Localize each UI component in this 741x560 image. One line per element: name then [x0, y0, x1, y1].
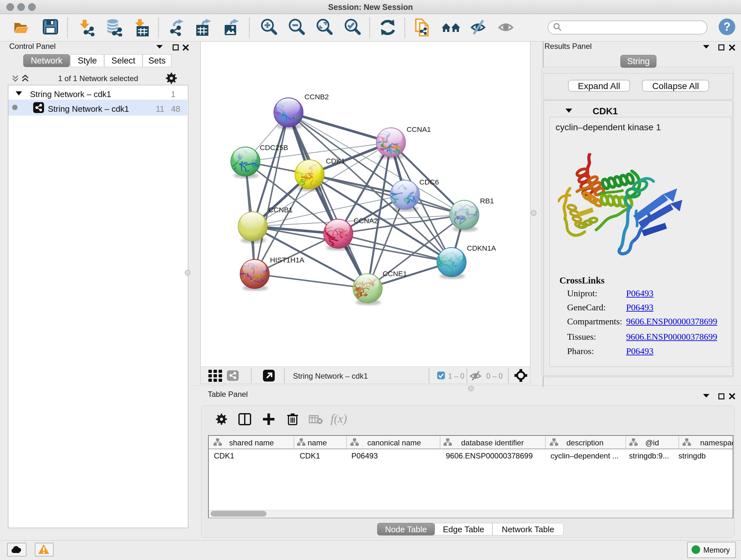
- svg-text:CDK1: CDK1: [326, 157, 345, 165]
- svg-text:RB1: RB1: [480, 197, 494, 205]
- svg-text:CCNB2: CCNB2: [305, 93, 329, 101]
- svg-text:CCNE1: CCNE1: [383, 270, 407, 278]
- svg-text:?: ?: [724, 20, 731, 33]
- svg-text:CDC25B: CDC25B: [260, 144, 288, 152]
- svg-text:CDKN1A: CDKN1A: [467, 244, 496, 252]
- svg-text:HIST1H1A: HIST1H1A: [270, 256, 305, 264]
- svg-text:CCNA2: CCNA2: [354, 217, 378, 225]
- svg-text:CCNA1: CCNA1: [407, 125, 431, 133]
- svg-text:CCNB1: CCNB1: [268, 206, 293, 214]
- svg-text:CDC6: CDC6: [419, 178, 439, 186]
